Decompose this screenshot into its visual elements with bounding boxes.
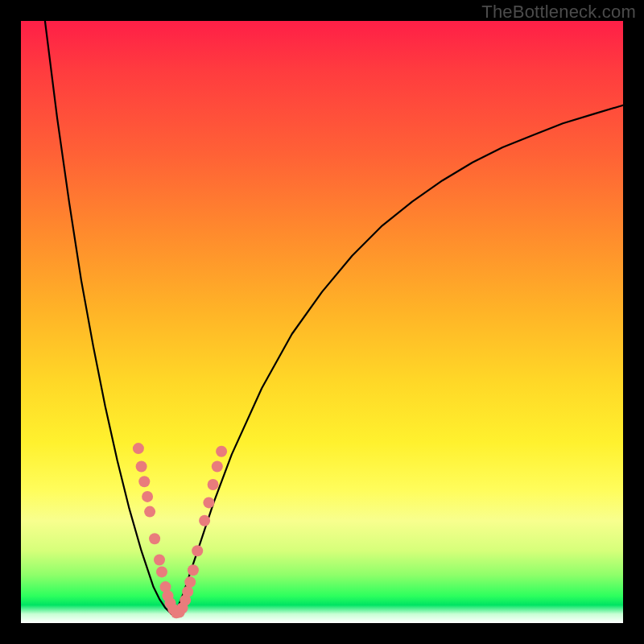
data-point (182, 586, 193, 597)
data-point (142, 491, 153, 502)
data-point (138, 476, 150, 487)
data-point (188, 564, 199, 576)
data-point (154, 555, 165, 566)
data-point (133, 443, 144, 454)
marker-group (133, 443, 227, 618)
chart-svg (21, 21, 623, 623)
curve-group (45, 21, 623, 614)
data-point (208, 479, 219, 490)
data-point (216, 446, 227, 457)
data-point (184, 576, 196, 588)
curve-right-branch (171, 105, 623, 614)
data-point (149, 533, 160, 544)
data-point (136, 461, 147, 473)
data-point (203, 497, 214, 508)
data-point (212, 461, 223, 473)
data-point (156, 566, 167, 577)
curve-left-branch (45, 21, 171, 614)
data-point (144, 506, 155, 518)
data-point (199, 515, 210, 526)
data-point (192, 545, 203, 556)
plot-area (21, 21, 623, 623)
outer-frame: TheBottleneck.com (0, 0, 644, 644)
watermark-text: TheBottleneck.com (481, 2, 636, 23)
